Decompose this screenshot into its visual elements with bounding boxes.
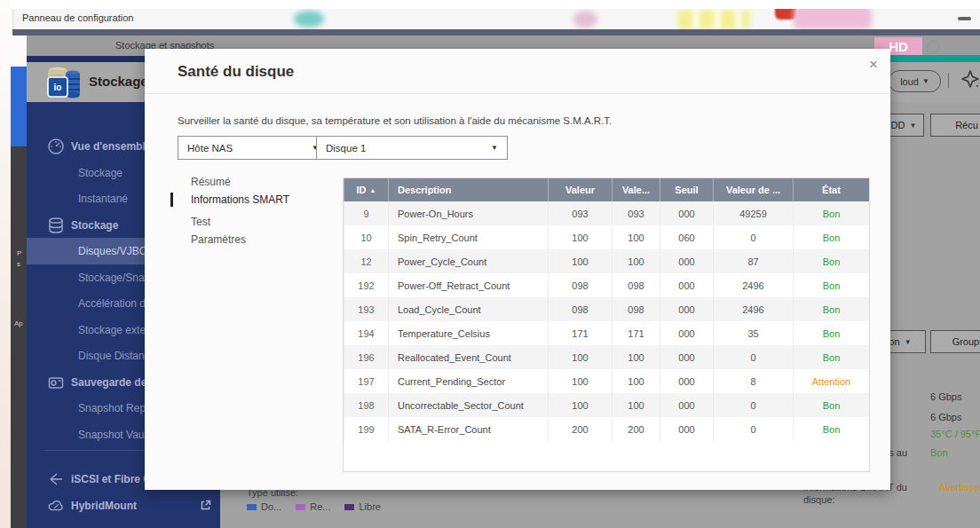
smart-table-row-197[interactable]: 197Current_Pending_Sector1001000008Atten…	[344, 369, 869, 393]
smart-table-row-196[interactable]: 196Reallocated_Event_Count1001000000Bon	[344, 345, 869, 369]
table-cell: 100	[548, 393, 612, 417]
table-cell: 060	[660, 225, 713, 249]
table-cell: 093	[548, 201, 612, 225]
table-cell: 100	[612, 393, 660, 417]
table-cell: SATA_R-Error_Count	[388, 417, 548, 441]
smart-table-row-194[interactable]: 194Temperature_Celsius17117100035Bon	[344, 321, 869, 345]
table-cell: 100	[548, 345, 612, 369]
external-link-icon[interactable]	[200, 500, 211, 511]
edge-text-fragment: P	[17, 249, 21, 257]
table-cell: 2496	[713, 297, 793, 321]
app-title: Stockage	[89, 74, 148, 89]
wallpaper-blob	[677, 10, 750, 29]
dialog-menu-param-tres[interactable]: Paramètres	[191, 233, 246, 246]
search-icon[interactable]	[927, 41, 939, 53]
column-header-etat[interactable]: État	[793, 178, 869, 201]
legend-label: Libre	[359, 501, 380, 512]
table-cell: 199	[344, 417, 388, 441]
sidebar-item-label: Stockage	[71, 219, 118, 232]
table-cell: 200	[612, 417, 660, 441]
status-cell: Attention	[793, 369, 869, 393]
sidebar-item-hybridmount[interactable]: HybridMount	[27, 493, 220, 519]
info-value: Bon	[930, 447, 948, 458]
cloud-dropdown-button[interactable]: loud ▼	[889, 70, 941, 92]
legend-swatch	[247, 504, 257, 510]
column-header-seuil[interactable]: Seuil	[660, 178, 713, 201]
browser-tab-bar[interactable]	[12, 9, 980, 29]
smart-table: ID▲DescriptionValeurVale...SeuilValeur d…	[343, 177, 870, 472]
table-cell: 100	[612, 249, 660, 273]
table-cell: 8	[713, 369, 793, 393]
database-icon	[47, 217, 65, 234]
smart-table-row-198[interactable]: 198Uncorrectable_Sector_Count1001000000B…	[344, 393, 869, 417]
tab-label[interactable]: Panneau de configuration	[22, 12, 133, 23]
sidebar-item-label: HybridMount	[71, 500, 137, 512]
dialog-menu-informations-smart[interactable]: Informations SMART	[191, 193, 289, 206]
close-icon[interactable]: ×	[869, 56, 878, 74]
table-cell: 100	[548, 225, 612, 249]
column-header-valeur[interactable]: Valeur	[548, 178, 612, 201]
minimize-icon[interactable]	[958, 17, 971, 20]
disk-select[interactable]: Disque 1 ▼	[316, 136, 508, 160]
recover-button[interactable]: Récu	[930, 114, 980, 137]
table-cell: 098	[548, 273, 612, 297]
table-cell: 35	[713, 321, 793, 345]
legend-label: Do...	[261, 501, 281, 512]
smart-table-row-9[interactable]: 9Power-On_Hours09309300049259Bon	[344, 201, 869, 225]
window-top-bar	[12, 29, 980, 35]
host-select[interactable]: Hôte NAS ▼	[178, 136, 328, 160]
column-header-vale-[interactable]: Vale...	[612, 178, 660, 201]
action-dropdown-label: on	[889, 336, 899, 347]
table-cell: 000	[660, 297, 713, 321]
smart-table-row-199[interactable]: 199SATA_R-Error_Count2002000000Bon	[344, 417, 869, 441]
wallpaper-blob	[794, 9, 872, 29]
table-cell: 000	[660, 321, 713, 345]
smart-table-row-12[interactable]: 12Power_Cycle_Count10010000087Bon	[344, 249, 869, 273]
status-cell: Bon	[793, 321, 869, 345]
dialog-menu-test[interactable]: Test	[191, 216, 210, 228]
chevron-down-icon: ▼	[905, 338, 912, 346]
header-accent-teal	[879, 55, 980, 62]
table-cell: 87	[713, 249, 793, 273]
status-cell: Bon	[793, 393, 869, 417]
group-button[interactable]: Groupe	[930, 330, 980, 353]
status-cell: Bon	[793, 273, 869, 297]
table-cell: 197	[344, 369, 388, 393]
table-cell: 000	[660, 249, 713, 273]
sidebar-item-label: Snapshot Vault	[78, 429, 150, 441]
table-cell: 0	[713, 345, 793, 369]
table-cell: 0	[713, 393, 793, 417]
table-cell: 196	[344, 345, 388, 369]
table-cell: Uncorrectable_Sector_Count	[388, 393, 548, 417]
column-header-id[interactable]: ID▲	[344, 178, 388, 201]
legend-swatch	[296, 504, 305, 510]
legend-label: Re...	[310, 501, 330, 512]
table-cell: 9	[344, 201, 388, 225]
table-cell: 12	[344, 249, 388, 273]
storage-app-icon: io	[46, 63, 82, 102]
smart-status-value: Avertissement	[939, 482, 980, 493]
notification-star-icon[interactable]	[960, 69, 980, 91]
active-menu-indicator	[170, 193, 173, 207]
dialog-menu-r-sum-[interactable]: Résumé	[191, 176, 231, 188]
host-select-value: Hôte NAS	[187, 143, 233, 154]
smart-table-row-10[interactable]: 10Spin_Retry_Count1001000600Bon	[344, 225, 869, 249]
table-cell: 0	[713, 225, 793, 249]
table-cell: 171	[612, 321, 660, 345]
background-window-edge-dark: P s Ap	[11, 146, 27, 528]
status-cell: Bon	[793, 345, 869, 369]
column-header-valeur-de-[interactable]: Valeur de ...	[713, 178, 793, 201]
cloud-icon	[47, 497, 65, 515]
table-cell: Power_Cycle_Count	[388, 249, 548, 273]
smart-table-row-193[interactable]: 193Load_Cycle_Count0980980002496Bon	[344, 297, 869, 321]
table-cell: 192	[344, 273, 388, 297]
status-cell: Bon	[793, 201, 869, 225]
smart-table-row-192[interactable]: 192Power-Off_Retract_Count0980980002496B…	[344, 273, 869, 297]
table-cell: 100	[612, 369, 660, 393]
table-cell: 098	[612, 273, 660, 297]
table-cell: 100	[612, 345, 660, 369]
header-divider	[948, 73, 949, 88]
table-cell: 000	[660, 393, 713, 417]
column-header-description[interactable]: Description	[388, 178, 548, 201]
legend-item: Re...	[296, 501, 330, 512]
